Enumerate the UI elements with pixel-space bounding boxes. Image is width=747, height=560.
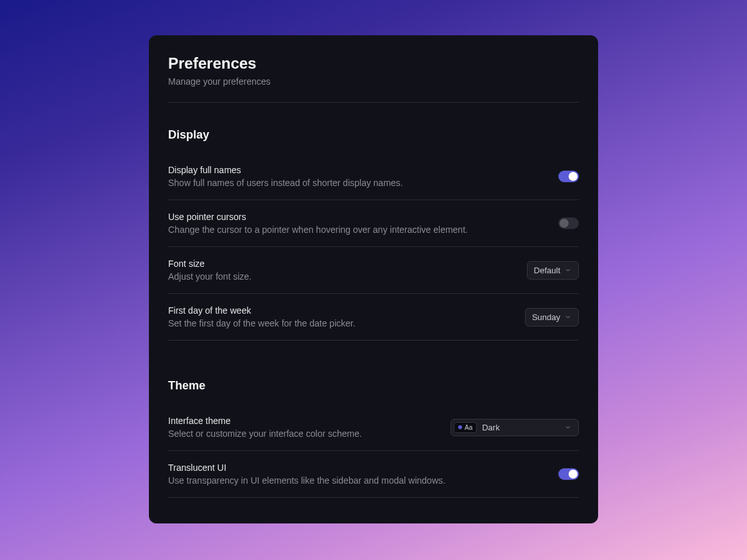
translucent-ui-row: Translucent UI Use transparency in UI el… <box>168 451 579 498</box>
display-full-names-row: Display full names Show full names of us… <box>168 153 579 200</box>
theme-section-title: Theme <box>168 379 579 393</box>
interface-theme-value: Dark <box>482 423 559 432</box>
pointer-cursors-row: Use pointer cursors Change the cursor to… <box>168 200 579 247</box>
translucent-ui-desc: Use transparency in UI elements like the… <box>168 475 545 486</box>
first-day-select[interactable]: Sunday <box>525 308 579 327</box>
first-day-row: First day of the week Set the first day … <box>168 294 579 341</box>
toggle-knob <box>560 219 569 228</box>
chevron-down-icon <box>564 266 572 274</box>
pointer-cursors-toggle[interactable] <box>558 217 579 229</box>
theme-swatch-dot <box>458 425 462 429</box>
row-text: Translucent UI Use transparency in UI el… <box>168 462 545 486</box>
row-text: Display full names Show full names of us… <box>168 165 545 188</box>
display-section-title: Display <box>168 128 579 142</box>
theme-section: Theme Interface theme Select or customiz… <box>168 379 579 498</box>
display-full-names-desc: Show full names of users instead of shor… <box>168 178 545 188</box>
translucent-ui-toggle[interactable] <box>558 468 579 480</box>
theme-swatch: Aa <box>454 422 477 433</box>
page-title: Preferences <box>168 55 579 72</box>
row-text: Font size Adjust your font size. <box>168 259 514 282</box>
chevron-down-icon <box>564 423 572 431</box>
page-header: Preferences Manage your preferences <box>168 55 579 103</box>
pointer-cursors-desc: Change the cursor to a pointer when hove… <box>168 225 545 235</box>
page-subtitle: Manage your preferences <box>168 76 579 87</box>
interface-theme-row: Interface theme Select or customize your… <box>168 404 579 451</box>
font-size-desc: Adjust your font size. <box>168 271 514 282</box>
toggle-knob <box>569 470 578 479</box>
font-size-select[interactable]: Default <box>527 261 579 280</box>
display-section: Display Display full names Show full nam… <box>168 128 579 341</box>
theme-swatch-text: Aa <box>465 424 472 431</box>
font-size-row: Font size Adjust your font size. Default <box>168 247 579 294</box>
preferences-card: Preferences Manage your preferences Disp… <box>149 35 598 523</box>
interface-theme-label: Interface theme <box>168 416 438 426</box>
interface-theme-desc: Select or customize your interface color… <box>168 428 438 439</box>
translucent-ui-label: Translucent UI <box>168 462 545 473</box>
chevron-down-icon <box>564 313 572 321</box>
pointer-cursors-label: Use pointer cursors <box>168 212 545 222</box>
first-day-label: First day of the week <box>168 305 512 316</box>
row-text: Interface theme Select or customize your… <box>168 416 438 439</box>
toggle-knob <box>569 172 578 181</box>
row-text: Use pointer cursors Change the cursor to… <box>168 212 545 235</box>
row-text: First day of the week Set the first day … <box>168 305 512 328</box>
first-day-value: Sunday <box>532 312 560 322</box>
font-size-label: Font size <box>168 259 514 269</box>
display-full-names-toggle[interactable] <box>558 171 579 182</box>
interface-theme-select[interactable]: Aa Dark <box>451 419 579 436</box>
font-size-value: Default <box>534 266 560 275</box>
display-full-names-label: Display full names <box>168 165 545 175</box>
first-day-desc: Set the first day of the week for the da… <box>168 318 512 328</box>
